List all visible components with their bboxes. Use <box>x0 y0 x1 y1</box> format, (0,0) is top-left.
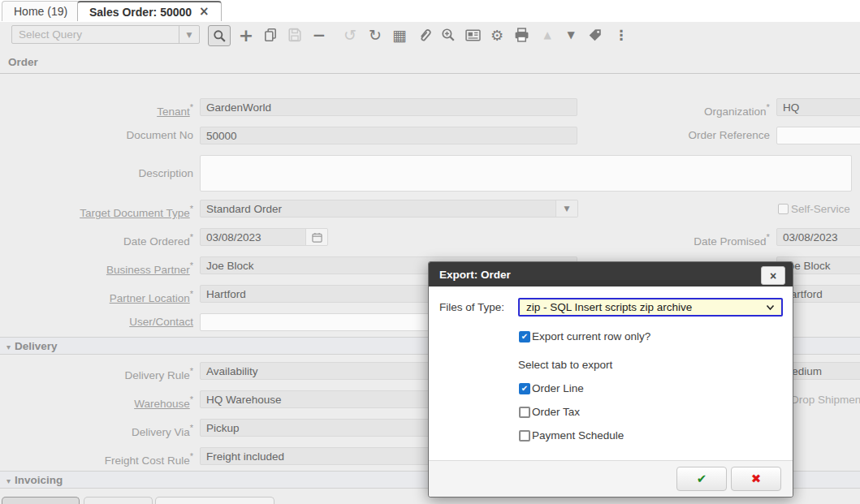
organization-label[interactable]: Organization* <box>593 98 770 121</box>
previous-record-button: ▲ <box>538 26 556 44</box>
select-query-combobox[interactable]: ▼ <box>11 25 200 44</box>
arrow-up-icon: ▲ <box>543 29 551 41</box>
export-dialog-title: Export: Order <box>439 269 511 281</box>
search-icon <box>213 29 227 43</box>
find-button[interactable] <box>208 25 231 46</box>
ellipsis-vertical-icon: ⋮ <box>615 27 629 43</box>
order-tax-checkbox[interactable]: ✔ <box>519 407 530 418</box>
print-button[interactable] <box>512 26 530 44</box>
files-of-type-select[interactable]: zip - SQL Insert scripts zip archive <box>518 298 783 317</box>
section-delivery-title: Delivery <box>15 340 58 352</box>
tenant-label[interactable]: Tenant* <box>0 98 193 121</box>
payment-schedule-label: Payment Schedule <box>532 429 624 442</box>
dialog-footer: ✔ ✖ <box>429 460 793 497</box>
collapse-triangle-icon: ▾ <box>6 342 11 351</box>
process-button[interactable]: ⚙ <box>488 26 506 44</box>
label-tag-button[interactable] <box>586 26 604 44</box>
section-order-title: Order <box>8 56 38 68</box>
tab-home[interactable]: Home (19) <box>2 1 80 21</box>
order-line-checkbox-row[interactable]: ✔ Order Line <box>519 382 584 394</box>
warehouse-label[interactable]: Warehouse* <box>0 390 193 413</box>
gear-icon: ⚙ <box>491 27 503 44</box>
attachment-button[interactable] <box>416 26 434 44</box>
tenant-field[interactable]: GardenWorld <box>200 98 577 116</box>
target-document-type-combobox[interactable]: Standard Order ▼ <box>200 200 578 218</box>
document-no-field[interactable]: 50000 <box>200 127 577 144</box>
order-line-checkbox[interactable]: ✔ <box>519 383 530 394</box>
confirm-button[interactable]: ✔ <box>676 467 727 491</box>
select-query-input[interactable] <box>12 26 179 43</box>
undo-icon: ↺ <box>344 26 357 44</box>
tab-close-icon[interactable]: × <box>199 6 210 18</box>
x-icon: ✖ <box>751 472 762 486</box>
detail-tab-2[interactable] <box>84 497 153 504</box>
minus-icon: − <box>313 25 326 45</box>
date-ordered-label: Date Ordered* <box>0 228 193 251</box>
self-service-checkbox[interactable] <box>778 204 789 214</box>
delete-record-button[interactable]: − <box>310 26 328 44</box>
grid-icon: ▦ <box>392 26 407 44</box>
export-current-row-label: Export current row only? <box>532 330 650 342</box>
drop-shipment-label: Drop Shipment <box>791 394 860 406</box>
date-ordered-field[interactable]: 03/08/2023 <box>200 228 328 246</box>
description-label: Description <box>0 165 193 183</box>
dialog-close-button[interactable]: × <box>761 266 785 285</box>
organization-field[interactable]: HQ <box>776 98 860 116</box>
partner-location-label[interactable]: Partner Location* <box>0 285 193 308</box>
paperclip-icon <box>417 28 432 42</box>
user-contact-label[interactable]: User/Contact <box>0 313 193 331</box>
select-tab-to-export-label: Select tab to export <box>518 359 612 371</box>
new-record-button[interactable]: + <box>237 26 255 44</box>
order-reference-field[interactable] <box>776 127 860 144</box>
export-current-row-checkbox[interactable]: ✔ <box>519 331 530 342</box>
more-options-button[interactable]: ⋮ <box>612 26 630 44</box>
zoom-in-icon <box>441 28 456 42</box>
calendar-button[interactable] <box>305 229 327 245</box>
combo-dropdown-icon[interactable]: ▼ <box>555 200 577 217</box>
zoom-across-button[interactable] <box>439 26 457 44</box>
select-query-dropdown-icon[interactable]: ▼ <box>179 26 199 43</box>
toolbar: ▼ + − ↺ ↻ ▦ <box>0 22 860 47</box>
collapse-triangle-icon: ▾ <box>6 476 11 485</box>
files-of-type-label: Files of Type: <box>439 301 504 313</box>
tab-home-label: Home (19) <box>14 5 67 18</box>
grid-toggle-button[interactable]: ▦ <box>391 26 408 44</box>
freight-cost-rule-label: Freight Cost Rule* <box>0 447 193 470</box>
section-invoicing-title: Invoicing <box>15 474 63 486</box>
date-promised-field[interactable]: 03/08/2023 <box>776 228 860 246</box>
export-current-row-checkbox-row[interactable]: ✔ Export current row only? <box>519 330 650 342</box>
delivery-rule-label: Delivery Rule* <box>0 362 193 385</box>
detail-tab-1[interactable] <box>2 497 80 504</box>
refresh-button[interactable]: ↻ <box>366 26 384 44</box>
tab-sales-order[interactable]: Sales Order: 50000 × <box>77 1 222 21</box>
save-icon <box>287 28 302 42</box>
arrow-down-icon: ▼ <box>567 29 574 41</box>
target-document-type-label[interactable]: Target Document Type* <box>0 200 193 222</box>
copy-record-button[interactable] <box>261 26 279 44</box>
undo-button: ↺ <box>341 26 359 44</box>
self-service-checkbox-row[interactable]: Self-Service <box>778 203 850 215</box>
export-dialog-titlebar: Export: Order <box>429 262 793 286</box>
payment-schedule-checkbox-row[interactable]: ✔ Payment Schedule <box>519 429 624 442</box>
detail-tab-3[interactable] <box>155 497 274 504</box>
plus-icon: + <box>239 25 253 45</box>
close-icon: × <box>770 270 776 282</box>
document-no-label: Document No <box>0 127 193 144</box>
tag-icon <box>588 28 603 42</box>
chevron-down-icon <box>766 304 775 311</box>
description-field[interactable] <box>200 155 852 192</box>
self-service-label: Self-Service <box>791 203 850 215</box>
report-button[interactable] <box>464 26 482 44</box>
export-dialog: Export: Order × Files of Type: zip - SQL… <box>428 261 793 498</box>
window-tab-bar: Home (19) Sales Order: 50000 × <box>0 0 860 22</box>
section-header-order: Order <box>0 50 860 74</box>
payment-schedule-checkbox[interactable]: ✔ <box>519 430 530 442</box>
order-line-label: Order Line <box>532 382 584 394</box>
business-partner-label[interactable]: Business Partner* <box>0 256 193 279</box>
order-tax-checkbox-row[interactable]: ✔ Order Tax <box>519 406 580 418</box>
cancel-button[interactable]: ✖ <box>731 467 781 491</box>
order-tax-label: Order Tax <box>532 406 580 418</box>
next-record-button[interactable]: ▼ <box>562 26 580 44</box>
save-button <box>286 26 304 44</box>
date-promised-label: Date Promised* <box>593 228 770 251</box>
